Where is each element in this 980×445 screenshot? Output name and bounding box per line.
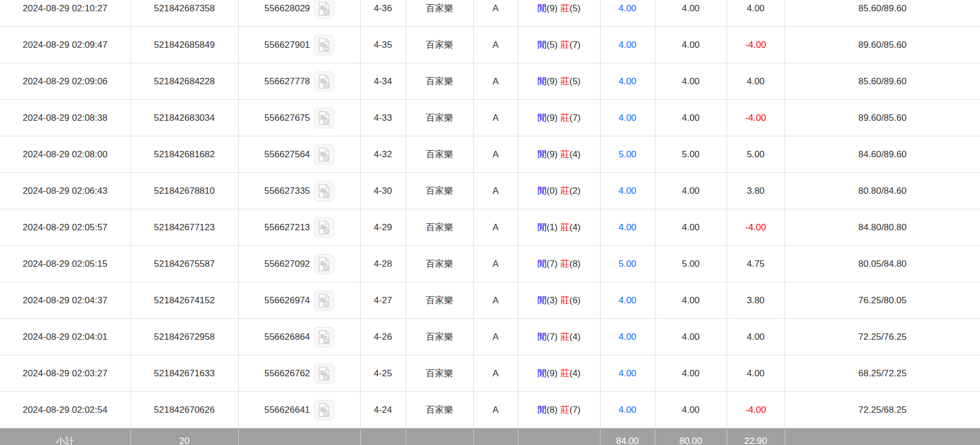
cell-game-type: 百家樂 xyxy=(406,355,473,392)
banker-result-points: (7) xyxy=(569,40,581,50)
player-result-points: (3) xyxy=(546,295,558,305)
bet-amount-link[interactable]: 4.00 xyxy=(618,76,636,86)
table-code: A xyxy=(493,222,499,232)
player-result-label: 閒 xyxy=(537,295,546,305)
cell-bet-id: 521842674152 xyxy=(130,282,238,319)
cell-table: A xyxy=(473,282,518,319)
video-file-icon xyxy=(317,74,331,89)
cell-game-type: 百家樂 xyxy=(406,136,473,173)
video-replay-button[interactable] xyxy=(314,144,334,165)
banker-result-label: 莊 xyxy=(560,3,569,13)
bet-amount-link[interactable]: 5.00 xyxy=(618,259,636,269)
bet-amount-link[interactable]: 5.00 xyxy=(618,149,636,159)
cell-bet-amount: 4.00 xyxy=(600,63,655,100)
cell-round: 4-27 xyxy=(360,282,406,319)
game-no-wrap: 556626974 xyxy=(264,290,334,311)
player-result-label: 閒 xyxy=(537,3,546,13)
video-replay-button[interactable] xyxy=(314,35,334,55)
bet-amount-link[interactable]: 4.00 xyxy=(618,368,636,378)
banker-result-label: 莊 xyxy=(560,76,569,86)
cell-game-type: 百家樂 xyxy=(406,0,473,27)
table-code: A xyxy=(493,3,499,13)
cell-bet-amount: 4.00 xyxy=(600,0,655,27)
game-no-wrap: 556627675 xyxy=(264,108,334,128)
cell-valid-bet: 4.00 xyxy=(655,27,727,63)
bet-amount-link[interactable]: 4.00 xyxy=(618,186,636,196)
table-code: A xyxy=(493,405,499,415)
bet-amount-link[interactable]: 4.00 xyxy=(618,295,636,305)
valid-bet-amount: 4.00 xyxy=(682,222,699,232)
table-code: A xyxy=(493,332,499,342)
valid-bet-amount: 5.00 xyxy=(682,259,699,269)
cell-game-no: 556627778 xyxy=(238,63,360,100)
bet-amount-link[interactable]: 4.00 xyxy=(618,3,636,13)
player-result-label: 閒 xyxy=(537,40,546,50)
video-replay-button[interactable] xyxy=(314,181,334,201)
video-file-icon xyxy=(317,184,331,199)
video-replay-button[interactable] xyxy=(314,400,334,420)
bet-id: 521842683034 xyxy=(154,113,215,123)
player-result-points: (9) xyxy=(546,113,558,123)
cell-result: 閒(5)莊(7) xyxy=(518,27,600,63)
bet-time: 2024-08-29 02:09:06 xyxy=(23,76,107,86)
game-type: 百家樂 xyxy=(426,295,454,305)
cell-game-type: 百家樂 xyxy=(406,173,473,209)
balance-before-after: 85.60/89.60 xyxy=(858,3,906,13)
game-no-wrap: 556627213 xyxy=(264,217,334,238)
valid-bet-amount: 4.00 xyxy=(682,186,699,196)
cell-time: 2024-08-29 02:02:54 xyxy=(0,392,130,428)
video-replay-button[interactable] xyxy=(314,0,334,19)
cell-time: 2024-08-29 02:08:38 xyxy=(0,100,130,136)
cell-bet-id: 521842683034 xyxy=(130,100,238,136)
player-result-points: (7) xyxy=(546,259,558,269)
cell-game-type: 百家樂 xyxy=(406,392,473,428)
banker-result-points: (6) xyxy=(569,295,581,305)
balance-before-after: 72.25/76.25 xyxy=(858,332,906,342)
banker-result-label: 莊 xyxy=(560,149,569,159)
cell-valid-bet: 4.00 xyxy=(655,209,727,246)
game-no-wrap: 556626762 xyxy=(264,363,334,384)
banker-result-label: 莊 xyxy=(560,113,569,123)
round-number: 4-35 xyxy=(374,40,392,50)
game-type: 百家樂 xyxy=(426,3,454,13)
summary-cell-empty-game-no xyxy=(238,428,360,445)
cell-bet-amount: 5.00 xyxy=(600,246,655,282)
banker-result-points: (8) xyxy=(569,259,581,269)
cell-bet-id: 521842684228 xyxy=(130,63,238,100)
bet-amount-link[interactable]: 4.00 xyxy=(618,405,636,415)
win-loss-amount: 4.75 xyxy=(747,259,764,269)
cell-round: 4-29 xyxy=(360,209,406,246)
game-type: 百家樂 xyxy=(426,222,454,232)
cell-balance: 89.60/85.60 xyxy=(785,27,980,63)
bet-time: 2024-08-29 02:04:01 xyxy=(23,332,107,342)
video-file-icon xyxy=(317,257,331,272)
video-replay-button[interactable] xyxy=(314,327,334,347)
cell-win-loss: -4.00 xyxy=(727,209,785,246)
video-replay-button[interactable] xyxy=(314,254,334,274)
video-replay-button[interactable] xyxy=(314,363,334,384)
game-type: 百家樂 xyxy=(426,405,454,415)
win-loss-amount: 5.00 xyxy=(747,149,764,159)
bet-amount-link[interactable]: 4.00 xyxy=(618,332,636,342)
cell-table: A xyxy=(473,0,518,27)
player-result-label: 閒 xyxy=(537,259,546,269)
cell-table: A xyxy=(473,100,518,136)
summary-cell-bet-total: 84.00 xyxy=(600,428,655,445)
player-result-label: 閒 xyxy=(537,332,546,342)
valid-bet-amount: 4.00 xyxy=(682,40,699,50)
bet-amount-link[interactable]: 4.00 xyxy=(618,222,636,232)
summary-count: 20 xyxy=(179,436,189,445)
cell-valid-bet: 4.00 xyxy=(655,0,727,27)
game-no: 556627778 xyxy=(264,76,310,87)
video-replay-button[interactable] xyxy=(314,108,334,128)
video-replay-button[interactable] xyxy=(314,217,334,238)
video-file-icon xyxy=(317,366,331,381)
cell-win-loss: -4.00 xyxy=(727,100,785,136)
cell-time: 2024-08-29 02:06:43 xyxy=(0,173,130,209)
cell-result: 閒(7)莊(4) xyxy=(518,319,600,355)
video-replay-button[interactable] xyxy=(314,290,334,311)
bet-history-viewport: 2024-08-29 02:10:27 521842687358 5566280… xyxy=(0,0,980,445)
bet-amount-link[interactable]: 4.00 xyxy=(618,113,636,123)
video-replay-button[interactable] xyxy=(314,71,334,92)
bet-amount-link[interactable]: 4.00 xyxy=(618,40,636,50)
